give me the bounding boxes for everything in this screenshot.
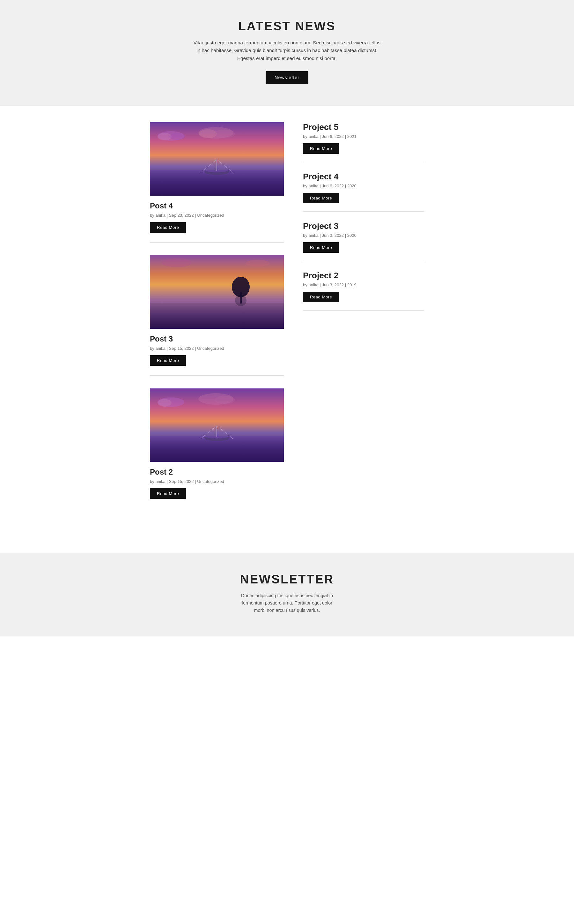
project-meta: by anika | Jun 3, 2022 | 2019 <box>303 282 424 287</box>
post-image-tree <box>150 255 284 329</box>
newsletter-description: Donec adipiscing tristique risus nec feu… <box>236 592 338 614</box>
post-image-boat <box>150 122 284 196</box>
post-image <box>150 122 284 196</box>
post-meta: by anika | Sep 15, 2022 | Uncategorized <box>150 479 284 484</box>
project-meta: by anika | Jun 6, 2022 | 2021 <box>303 134 424 139</box>
hero-description: Vitae justo eget magna fermentum iaculis… <box>191 39 383 62</box>
post-image <box>150 255 284 329</box>
post-meta: by anika | Sep 15, 2022 | Uncategorized <box>150 346 284 351</box>
project-title: Project 4 <box>303 172 424 182</box>
read-more-button[interactable]: Read More <box>303 143 339 154</box>
read-more-button[interactable]: Read More <box>303 242 339 253</box>
project-title: Project 3 <box>303 221 424 231</box>
project-title: Project 5 <box>303 122 424 132</box>
newsletter-section: NEWSLETTER Donec adipiscing tristique ri… <box>0 553 574 636</box>
post-item: Post 3 by anika | Sep 15, 2022 | Uncateg… <box>150 255 284 376</box>
post-title: Post 4 <box>150 201 284 210</box>
project-meta: by anika | Jun 6, 2022 | 2020 <box>303 184 424 188</box>
post-item: Post 2 by anika | Sep 15, 2022 | Uncateg… <box>150 388 284 508</box>
svg-point-17 <box>214 396 235 404</box>
project-item: Project 4 by anika | Jun 6, 2022 | 2020 … <box>303 172 424 212</box>
cloud-decoration <box>156 130 185 141</box>
post-image-boat2 <box>150 388 284 462</box>
svg-point-5 <box>214 130 235 138</box>
project-item: Project 5 by anika | Jun 6, 2022 | 2021 … <box>303 122 424 162</box>
cloud-decoration2 <box>197 392 235 405</box>
project-item: Project 2 by anika | Jun 3, 2022 | 2019 … <box>303 271 424 310</box>
cloud-decoration2 <box>197 126 235 139</box>
svg-line-7 <box>201 160 217 172</box>
read-more-button[interactable]: Read More <box>150 488 186 499</box>
cloud-decoration <box>245 259 270 268</box>
project-item: Project 3 by anika | Jun 3, 2022 | 2020 … <box>303 221 424 261</box>
read-more-button[interactable]: Read More <box>303 193 339 203</box>
main-content: Post 4 by anika | Sep 23, 2022 | Uncateg… <box>144 106 430 540</box>
svg-point-13 <box>235 294 246 306</box>
post-title: Post 2 <box>150 468 284 476</box>
read-more-button[interactable]: Read More <box>150 355 186 366</box>
posts-column: Post 4 by anika | Sep 23, 2022 | Uncateg… <box>150 122 284 521</box>
svg-point-12 <box>232 277 250 297</box>
water-reflection <box>150 303 284 329</box>
post-title: Post 3 <box>150 334 284 343</box>
svg-line-8 <box>217 160 233 172</box>
svg-point-4 <box>199 129 217 138</box>
project-title: Project 2 <box>303 271 424 280</box>
cloud-decoration <box>161 257 192 268</box>
newsletter-title: NEWSLETTER <box>6 572 568 586</box>
cloud-decoration <box>156 396 185 407</box>
svg-line-20 <box>217 426 233 438</box>
svg-point-10 <box>246 260 270 267</box>
svg-line-19 <box>201 426 217 438</box>
read-more-button[interactable]: Read More <box>150 222 186 233</box>
newsletter-button[interactable]: Newsletter <box>266 71 308 84</box>
post-item: Post 4 by anika | Sep 23, 2022 | Uncateg… <box>150 122 284 242</box>
project-meta: by anika | Jun 3, 2022 | 2020 <box>303 233 424 238</box>
boat-svg <box>198 158 236 177</box>
post-meta: by anika | Sep 23, 2022 | Uncategorized <box>150 213 284 218</box>
boat-svg <box>198 424 236 443</box>
svg-point-15 <box>158 399 172 407</box>
tree-svg <box>231 275 250 307</box>
svg-point-2 <box>169 133 185 140</box>
hero-section: LATEST NEWS Vitae justo eget magna ferme… <box>0 0 574 106</box>
post-image <box>150 388 284 462</box>
svg-point-9 <box>162 258 192 267</box>
hero-title: LATEST NEWS <box>6 19 568 33</box>
read-more-button[interactable]: Read More <box>303 292 339 302</box>
projects-column: Project 5 by anika | Jun 6, 2022 | 2021 … <box>303 122 424 310</box>
